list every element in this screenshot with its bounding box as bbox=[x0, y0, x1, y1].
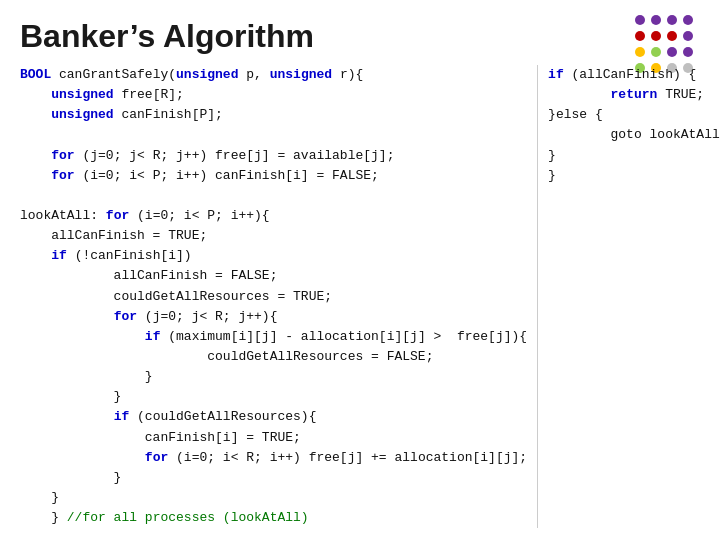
page-title: Banker’s Algorithm bbox=[0, 0, 720, 65]
sidebar-code-block: if (allCanFinish) { return TRUE; }else {… bbox=[537, 65, 720, 528]
main-code-block: BOOL canGrantSafely(unsigned p, unsigned… bbox=[20, 65, 527, 528]
svg-point-6 bbox=[667, 31, 677, 41]
svg-point-1 bbox=[651, 15, 661, 25]
svg-point-5 bbox=[651, 31, 661, 41]
svg-point-0 bbox=[635, 15, 645, 25]
app-container: Banker’s Algorithm BOOL canGrantSafely(u… bbox=[0, 0, 720, 540]
svg-point-2 bbox=[667, 15, 677, 25]
svg-point-9 bbox=[651, 47, 661, 57]
svg-point-7 bbox=[683, 31, 693, 41]
svg-point-8 bbox=[635, 47, 645, 57]
svg-point-11 bbox=[683, 47, 693, 57]
content-area: BOOL canGrantSafely(unsigned p, unsigned… bbox=[0, 65, 720, 528]
svg-point-10 bbox=[667, 47, 677, 57]
svg-point-4 bbox=[635, 31, 645, 41]
svg-point-3 bbox=[683, 15, 693, 25]
